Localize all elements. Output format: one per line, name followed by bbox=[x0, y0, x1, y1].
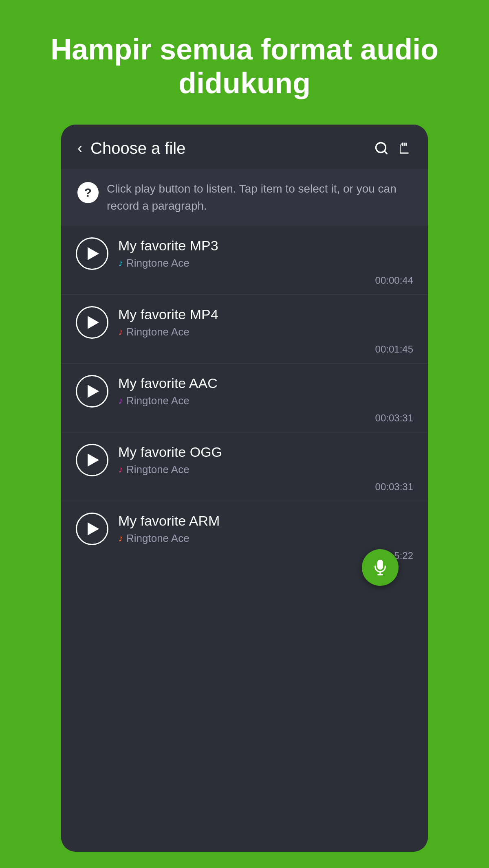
list-item[interactable]: My favorite MP4 ♪ Ringtone Ace 00:01:45 bbox=[61, 295, 428, 364]
svg-rect-4 bbox=[405, 143, 407, 146]
item-source: Ringtone Ace bbox=[126, 326, 189, 338]
play-button-mp4[interactable] bbox=[76, 306, 108, 339]
item-source: Ringtone Ace bbox=[126, 257, 189, 270]
play-button-arm[interactable] bbox=[76, 513, 108, 545]
item-title: My favorite OGG bbox=[118, 444, 413, 460]
item-duration: 00:03:31 bbox=[76, 476, 413, 501]
hero-title: Hampir semua format audio didukung bbox=[0, 0, 489, 125]
music-note-icon: ♪ bbox=[118, 395, 123, 406]
music-note-icon: ♪ bbox=[118, 533, 123, 544]
item-source: Ringtone Ace bbox=[126, 395, 189, 407]
list-item[interactable]: My favorite OGG ♪ Ringtone Ace 00:03:31 bbox=[61, 432, 428, 501]
music-note-icon: ♪ bbox=[118, 257, 123, 269]
item-info-aac: My favorite AAC ♪ Ringtone Ace bbox=[118, 375, 413, 407]
play-triangle-icon bbox=[88, 454, 99, 467]
item-duration: 00:00:44 bbox=[76, 270, 413, 294]
app-header: ‹ Choose a file bbox=[61, 125, 428, 169]
item-source: Ringtone Ace bbox=[126, 463, 189, 476]
svg-rect-3 bbox=[404, 143, 405, 146]
microphone-icon bbox=[372, 559, 389, 576]
item-duration-partial: 5:22 bbox=[394, 550, 413, 561]
item-subtitle: ♪ Ringtone Ace bbox=[118, 257, 413, 270]
item-info-mp3: My favorite MP3 ♪ Ringtone Ace bbox=[118, 238, 413, 270]
search-icon[interactable] bbox=[374, 141, 389, 156]
sd-card-icon[interactable] bbox=[397, 141, 412, 156]
play-button-aac[interactable] bbox=[76, 375, 108, 408]
item-subtitle: ♪ Ringtone Ace bbox=[118, 395, 413, 407]
item-subtitle: ♪ Ringtone Ace bbox=[118, 463, 413, 476]
file-list: My favorite MP3 ♪ Ringtone Ace 00:00:44 … bbox=[61, 226, 428, 852]
music-note-icon: ♪ bbox=[118, 464, 123, 475]
svg-rect-2 bbox=[402, 143, 403, 146]
play-triangle-icon bbox=[88, 385, 99, 398]
list-item[interactable]: My favorite AAC ♪ Ringtone Ace 00:03:31 bbox=[61, 364, 428, 432]
phone-container: ‹ Choose a file ? Click play button to l… bbox=[61, 125, 428, 852]
list-item[interactable]: My favorite MP3 ♪ Ringtone Ace 00:00:44 bbox=[61, 226, 428, 295]
help-icon: ? bbox=[77, 182, 99, 203]
back-button[interactable]: ‹ bbox=[77, 141, 82, 156]
info-text: Click play button to listen. Tap item to… bbox=[107, 180, 412, 215]
item-title: My favorite ARM bbox=[118, 513, 413, 529]
item-duration: 00:03:31 bbox=[76, 408, 413, 432]
item-title: My favorite AAC bbox=[118, 375, 413, 391]
play-triangle-icon bbox=[88, 316, 99, 329]
play-triangle-icon bbox=[88, 522, 99, 535]
play-button-ogg[interactable] bbox=[76, 444, 108, 476]
music-note-icon: ♪ bbox=[118, 326, 123, 338]
item-info-ogg: My favorite OGG ♪ Ringtone Ace bbox=[118, 444, 413, 476]
item-title: My favorite MP3 bbox=[118, 238, 413, 254]
info-bar: ? Click play button to listen. Tap item … bbox=[61, 169, 428, 226]
item-subtitle: ♪ Ringtone Ace bbox=[118, 326, 413, 338]
play-triangle-icon bbox=[88, 247, 99, 260]
item-subtitle: ♪ Ringtone Ace bbox=[118, 532, 413, 545]
play-button-mp3[interactable] bbox=[76, 237, 108, 270]
item-title: My favorite MP4 bbox=[118, 307, 413, 322]
list-item[interactable]: My favorite ARM ♪ Ringtone Ace bbox=[61, 501, 428, 570]
svg-line-1 bbox=[384, 151, 387, 154]
record-fab-button[interactable] bbox=[362, 549, 399, 586]
header-title: Choose a file bbox=[90, 139, 356, 158]
item-info-arm: My favorite ARM ♪ Ringtone Ace bbox=[118, 513, 413, 545]
item-duration: 00:01:45 bbox=[76, 339, 413, 363]
item-source: Ringtone Ace bbox=[126, 532, 189, 545]
item-info-mp4: My favorite MP4 ♪ Ringtone Ace bbox=[118, 307, 413, 338]
